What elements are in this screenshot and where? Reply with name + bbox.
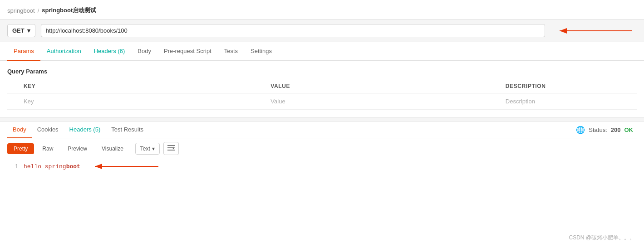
response-tab-cookies[interactable]: Cookies: [32, 122, 64, 138]
tab-pre-request-script[interactable]: Pre-request Script: [157, 42, 218, 61]
tab-settings[interactable]: Settings: [244, 42, 278, 61]
params-table: KEY VALUE DESCRIPTION Key Value Descript…: [7, 79, 637, 110]
format-btn-raw[interactable]: Raw: [36, 143, 59, 154]
tab-params[interactable]: Params: [7, 42, 40, 61]
response-body: 1 hello springboot: [7, 158, 637, 175]
desc-col-header: DESCRIPTION: [500, 79, 637, 93]
globe-icon: 🌐: [576, 126, 585, 134]
format-type-select[interactable]: Text ▾: [135, 143, 160, 155]
code-boot: boot: [66, 163, 80, 170]
code-hello: hello: [24, 163, 45, 170]
row-checkbox-cell: [7, 93, 18, 110]
response-tab-test-results[interactable]: Test Results: [106, 122, 149, 138]
table-row: Key Value Description: [7, 93, 637, 110]
description-placeholder[interactable]: Description: [500, 93, 637, 110]
status-label: Status:: [589, 126, 607, 133]
response-tab-headers[interactable]: Headers (5): [64, 122, 106, 138]
line-number: 1: [7, 163, 18, 170]
format-btn-visualize[interactable]: Visualize: [95, 143, 130, 154]
method-select[interactable]: GET ▾: [7, 24, 35, 37]
section-divider: [0, 117, 644, 122]
url-bar: GET ▾: [0, 19, 644, 42]
value-col-header: VALUE: [265, 79, 500, 93]
status-code: 200: [611, 126, 621, 133]
request-tabs: Params Authorization Headers (6) Body Pr…: [7, 42, 637, 60]
request-tabs-section: Params Authorization Headers (6) Body Pr…: [0, 42, 644, 61]
response-tab-body[interactable]: Body: [7, 122, 32, 138]
format-btn-preview[interactable]: Preview: [61, 143, 93, 154]
checkbox-col-header: [7, 79, 18, 93]
response-line-1: 1 hello springboot: [7, 161, 637, 171]
response-tabs-left: Body Cookies Headers (5) Test Results: [7, 122, 149, 138]
breadcrumb: springboot / springboot启动测试: [0, 0, 644, 19]
response-status: 🌐 Status: 200 OK: [576, 126, 637, 134]
breadcrumb-current: springboot启动测试: [42, 6, 96, 15]
url-arrow-annotation: [555, 25, 637, 36]
query-params-title: Query Params: [7, 65, 637, 79]
key-placeholder[interactable]: Key: [18, 93, 265, 110]
breadcrumb-separator: /: [38, 7, 39, 14]
format-type-label: Text: [140, 146, 150, 152]
tab-headers[interactable]: Headers (6): [88, 42, 132, 61]
tab-tests[interactable]: Tests: [218, 42, 244, 61]
url-input[interactable]: [41, 24, 545, 37]
wrap-button[interactable]: [163, 142, 179, 155]
format-btn-pretty[interactable]: Pretty: [7, 143, 34, 154]
response-arrow-annotation: [90, 161, 163, 171]
query-params-section: Query Params KEY VALUE DESCRIPTION Key V…: [0, 61, 644, 110]
watermark: CSDN @碳烤小肥羊。。。: [569, 234, 635, 242]
status-ok: OK: [624, 126, 634, 133]
response-section: Body Cookies Headers (5) Test Results 🌐 …: [0, 122, 644, 175]
value-placeholder[interactable]: Value: [265, 93, 500, 110]
response-code-content: hello springboot: [24, 163, 80, 170]
format-toolbar: Pretty Raw Preview Visualize Text ▾: [7, 138, 637, 158]
key-col-header: KEY: [18, 79, 265, 93]
format-type-dropdown-icon: ▾: [152, 146, 155, 152]
response-tabs: Body Cookies Headers (5) Test Results 🌐 …: [7, 122, 637, 138]
method-label: GET: [12, 27, 25, 34]
breadcrumb-parent[interactable]: springboot: [7, 7, 35, 14]
method-dropdown-icon: ▾: [27, 27, 30, 34]
tab-body[interactable]: Body: [131, 42, 157, 61]
code-spring: spring: [45, 163, 66, 170]
tab-authorization[interactable]: Authorization: [40, 42, 88, 61]
